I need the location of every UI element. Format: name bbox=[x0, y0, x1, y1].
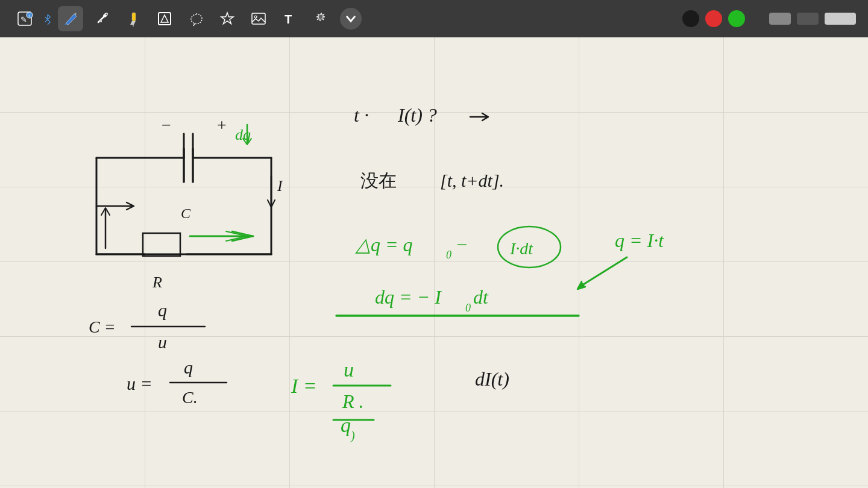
svg-text:+: + bbox=[217, 116, 227, 134]
svg-text:dt: dt bbox=[473, 286, 489, 308]
pen-tool[interactable] bbox=[58, 6, 83, 31]
svg-text:q: q bbox=[341, 414, 351, 436]
color-black[interactable] bbox=[682, 10, 699, 27]
svg-text:✎: ✎ bbox=[20, 15, 27, 24]
magic-tool[interactable] bbox=[309, 6, 334, 31]
color-green[interactable] bbox=[728, 10, 745, 27]
svg-text:u =: u = bbox=[127, 374, 153, 393]
shape-tool[interactable] bbox=[152, 6, 177, 31]
svg-text:C =: C = bbox=[89, 318, 116, 336]
svg-text:+: + bbox=[28, 13, 31, 19]
handwriting-content: + − dq I C R C = q u u = bbox=[0, 37, 868, 488]
svg-text:): ) bbox=[350, 429, 355, 443]
svg-text:t ·: t · bbox=[354, 104, 369, 126]
svg-point-10 bbox=[254, 16, 257, 18]
svg-text:I: I bbox=[277, 177, 283, 195]
svg-text:没在: 没在 bbox=[360, 170, 397, 190]
svg-text:T: T bbox=[285, 13, 292, 26]
favorites-tool[interactable] bbox=[215, 6, 240, 31]
svg-text:I =: I = bbox=[291, 375, 317, 397]
svg-text:C.: C. bbox=[182, 388, 198, 407]
lasso-tool[interactable] bbox=[183, 6, 209, 31]
image-tool[interactable] bbox=[246, 6, 271, 31]
svg-text:−: − bbox=[162, 116, 171, 134]
text-tool[interactable]: T bbox=[277, 6, 303, 31]
svg-text:[t, t+dt].: [t, t+dt]. bbox=[440, 170, 504, 190]
svg-text:C: C bbox=[181, 205, 191, 221]
canvas-area[interactable]: + − dq I C R C = q u u = bbox=[0, 37, 868, 488]
window-maximize[interactable] bbox=[797, 13, 819, 25]
color-red[interactable] bbox=[705, 10, 722, 27]
window-fullscreen[interactable] bbox=[825, 13, 856, 25]
svg-text:dq: dq bbox=[235, 126, 251, 143]
svg-text:dI(t): dI(t) bbox=[475, 368, 509, 390]
svg-text:R: R bbox=[152, 274, 162, 291]
svg-text:dq = − I: dq = − I bbox=[375, 286, 442, 308]
tool-dropdown[interactable] bbox=[340, 8, 362, 30]
svg-text:u: u bbox=[344, 358, 354, 381]
eraser-tool[interactable] bbox=[89, 6, 115, 31]
svg-text:q: q bbox=[158, 300, 167, 320]
svg-rect-25 bbox=[143, 233, 180, 256]
svg-text:I·dt: I·dt bbox=[509, 239, 533, 258]
svg-text:u: u bbox=[158, 332, 167, 352]
svg-text:q: q bbox=[184, 357, 193, 377]
smart-zoom-tool[interactable]: ✎ + bbox=[12, 6, 37, 31]
svg-text:−: − bbox=[455, 234, 468, 255]
svg-rect-5 bbox=[132, 13, 136, 21]
svg-text:R .: R . bbox=[342, 390, 364, 412]
svg-text:0: 0 bbox=[446, 249, 451, 261]
svg-text:0: 0 bbox=[465, 302, 471, 314]
toolbar: ✎ + bbox=[0, 0, 868, 37]
svg-text:I(t) ?: I(t) ? bbox=[397, 104, 437, 126]
window-minimize[interactable] bbox=[769, 13, 791, 25]
highlighter-tool[interactable] bbox=[121, 6, 146, 31]
svg-text:q = I·t: q = I·t bbox=[615, 230, 664, 251]
svg-line-8 bbox=[193, 23, 195, 26]
svg-text:△q = q: △q = q bbox=[355, 234, 413, 255]
svg-rect-9 bbox=[252, 13, 265, 24]
bluetooth-icon bbox=[43, 13, 52, 25]
